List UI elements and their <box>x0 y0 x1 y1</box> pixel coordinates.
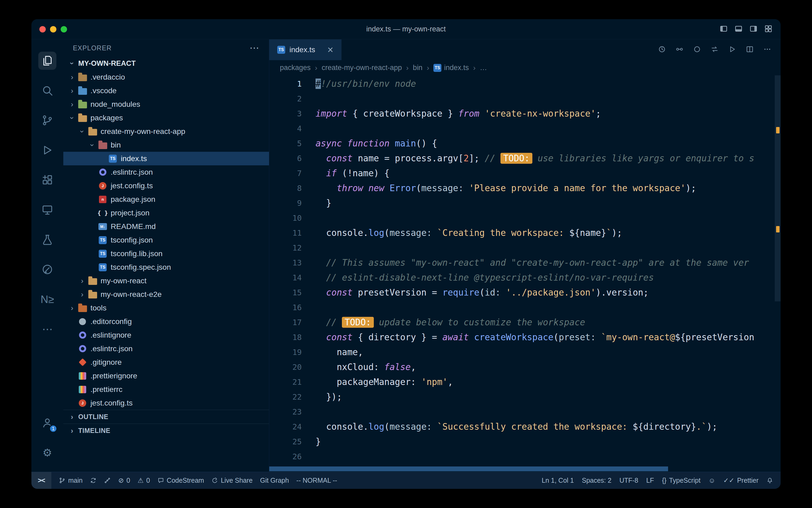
code-line-20[interactable]: 20 nxCloud: false, <box>269 360 780 375</box>
close-window-button[interactable] <box>39 26 46 33</box>
tree-item-prettierrc[interactable]: .prettierrc <box>63 383 269 396</box>
tree-item-vscode[interactable]: ›.vscode <box>63 84 269 97</box>
tree-item-eslintignore[interactable]: .eslintignore <box>63 328 269 342</box>
tree-item-eslintrc-json[interactable]: .eslintrc.json <box>63 342 269 355</box>
language-mode[interactable]: {}TypeScript <box>662 476 701 484</box>
editor-pane[interactable]: 1#!/usr/bin/env node23import { createWor… <box>269 75 780 472</box>
breadcrumb-item-packages[interactable]: packages <box>280 64 311 72</box>
section-timeline[interactable]: ›TIMELINE <box>63 424 269 437</box>
eol[interactable]: LF <box>646 476 654 484</box>
explorer-button[interactable] <box>35 46 60 76</box>
code-line-9[interactable]: 9 } <box>269 196 780 211</box>
tree-item-bin[interactable]: ›bin <box>63 138 269 152</box>
breadcrumb-item-[interactable]: … <box>480 64 487 72</box>
testing-button[interactable] <box>35 225 60 255</box>
run-file-button[interactable] <box>728 45 736 54</box>
toggle-panel-button[interactable] <box>734 25 743 34</box>
git-branch[interactable]: main <box>59 476 83 484</box>
cursor-position[interactable]: Ln 1, Col 1 <box>542 476 574 484</box>
breadcrumb-item-create-my-own-react-app[interactable]: create-my-own-react-app <box>322 64 402 72</box>
tree-item-editorconfig[interactable]: .editorconfig <box>63 315 269 328</box>
tree-item-tsconfig-lib-json[interactable]: TStsconfig.lib.json <box>63 247 269 260</box>
notifications[interactable] <box>766 477 773 484</box>
code-line-5[interactable]: 5async function main() { <box>269 136 780 151</box>
tree-item-eslintrc-json[interactable]: .eslintrc.json <box>63 165 269 179</box>
search-button[interactable] <box>35 76 60 105</box>
code-line-23[interactable]: 23 <box>269 405 780 419</box>
horizontal-scrollbar[interactable] <box>269 466 668 471</box>
tree-item-jest-config-ts[interactable]: Jjest.config.ts <box>63 179 269 193</box>
code-line-24[interactable]: 24 console.log(message: `Successfully cr… <box>269 419 780 434</box>
customize-layout-button[interactable] <box>764 25 773 34</box>
prettier-status[interactable]: ✓✓Prettier <box>723 476 759 484</box>
code-line-19[interactable]: 19 name, <box>269 345 780 360</box>
tree-item-node-modules[interactable]: ›node_modules <box>63 97 269 111</box>
tree-item-create-my-own-react-app[interactable]: ›create-my-own-react-app <box>63 125 269 138</box>
tree-item-gitignore[interactable]: .gitignore <box>63 355 269 369</box>
tree-root-folder[interactable]: › MY-OWN-REACT <box>63 56 269 70</box>
code-line-26[interactable]: 26 <box>269 449 780 464</box>
codestream-button[interactable] <box>35 255 60 284</box>
tree-item-tsconfig-json[interactable]: TStsconfig.json <box>63 233 269 247</box>
code-line-1[interactable]: 1#!/usr/bin/env node <box>269 76 780 91</box>
code-line-22[interactable]: 22 }); <box>269 389 780 405</box>
toggle-primary-sidebar-button[interactable] <box>719 25 728 34</box>
tree-item-index-ts[interactable]: TSindex.ts <box>63 152 269 165</box>
close-tab-icon[interactable]: × <box>328 45 333 55</box>
tree-item-project-json[interactable]: { }project.json <box>63 206 269 220</box>
code-line-4[interactable]: 4 <box>269 121 780 136</box>
section-outline[interactable]: ›OUTLINE <box>63 410 269 424</box>
code-line-3[interactable]: 3import { createWorkspace } from 'create… <box>269 106 780 121</box>
sync-changes[interactable] <box>90 477 97 484</box>
feedback[interactable]: ☺ <box>709 476 715 484</box>
open-changes-button[interactable] <box>710 45 719 54</box>
code-line-14[interactable]: 14 // eslint-disable-next-line @typescri… <box>269 270 780 285</box>
compare-changes-button[interactable] <box>675 45 684 54</box>
zoom-window-button[interactable] <box>61 26 67 33</box>
codestream[interactable]: CodeStream <box>157 476 204 484</box>
tree-item-verdaccio[interactable]: ›.verdaccio <box>63 70 269 84</box>
code-line-17[interactable]: 17 // TODO: update below to customize th… <box>269 315 780 330</box>
tree-item-my-own-react-e2e[interactable]: ›my-own-react-e2e <box>63 288 269 301</box>
settings-gear-button[interactable]: ⚙ <box>35 438 60 468</box>
errors[interactable]: ⊘0 <box>118 476 130 484</box>
git-graph[interactable]: Git Graph <box>260 476 289 484</box>
code-line-10[interactable]: 10 <box>269 211 780 225</box>
minimize-window-button[interactable] <box>50 26 56 33</box>
code-line-13[interactable]: 13 // This assumes "my-own-react" and "c… <box>269 255 780 270</box>
code-line-7[interactable]: 7 if (!name) { <box>269 166 780 181</box>
code-line-18[interactable]: 18 const { directory } = await createWor… <box>269 330 780 345</box>
source-control-button[interactable] <box>35 105 60 135</box>
code-line-11[interactable]: 11 console.log(message: `Creating the wo… <box>269 225 780 241</box>
accounts-button[interactable]: 1 <box>35 408 60 438</box>
split-editor-button[interactable] <box>746 45 754 54</box>
tree-item-readme-md[interactable]: M↓README.md <box>63 220 269 233</box>
overview-ruler[interactable] <box>775 75 780 472</box>
live-share[interactable]: Live Share <box>211 476 253 484</box>
nx-console-button[interactable]: N≥ <box>35 284 60 314</box>
code-line-15[interactable]: 15 const presetVersion = require(id: '..… <box>269 285 780 300</box>
code-line-12[interactable]: 12 <box>269 241 780 255</box>
encoding[interactable]: UTF-8 <box>619 476 638 484</box>
code-line-2[interactable]: 2 <box>269 91 780 106</box>
commit-graph[interactable] <box>104 477 111 484</box>
more-actions-button[interactable] <box>763 45 772 54</box>
breadcrumb-item-index-ts[interactable]: TSindex.ts <box>433 64 469 72</box>
code-line-25[interactable]: 25} <box>269 434 780 449</box>
tree-item-prettierignore[interactable]: .prettierignore <box>63 369 269 383</box>
vim-mode-indicator[interactable]: -- NORMAL -- <box>296 476 337 484</box>
tree-item-tsconfig-spec-json[interactable]: TStsconfig.spec.json <box>63 260 269 274</box>
warnings[interactable]: ⚠0 <box>138 476 150 484</box>
run-debug-button[interactable] <box>35 135 60 165</box>
breadcrumb-item-bin[interactable]: bin <box>413 64 423 72</box>
tree-item-packages[interactable]: ›packages <box>63 111 269 125</box>
remote-explorer-button[interactable] <box>35 195 60 225</box>
code-line-21[interactable]: 21 packageManager: 'npm', <box>269 375 780 389</box>
more-views-button[interactable]: ⋯ <box>35 314 60 344</box>
tree-item-package-json[interactable]: npackage.json <box>63 193 269 206</box>
explorer-more-actions-icon[interactable]: ⋯ <box>249 42 259 53</box>
tree-item-my-own-react[interactable]: ›my-own-react <box>63 274 269 288</box>
indentation[interactable]: Spaces: 2 <box>582 476 611 484</box>
tree-item-tools[interactable]: ›tools <box>63 301 269 315</box>
remote-indicator[interactable]: >< <box>32 472 51 489</box>
